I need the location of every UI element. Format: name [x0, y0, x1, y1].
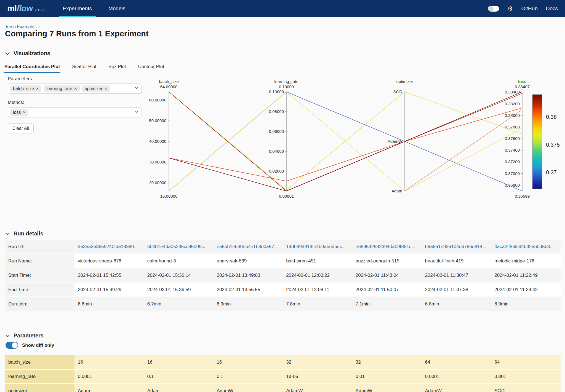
run-id-cell[interactable]: e55bb1e630eb4e1b8d0a57... — [213, 244, 283, 249]
chevron-down-icon — [135, 109, 138, 112]
table-row: Duration:6.6min6.7min6.9min7.8min7.1min6… — [5, 297, 561, 312]
run-id-link[interactable]: 3535a353659240fda18380... — [78, 244, 138, 249]
param-row-batch_size: batch_size16161632326464 — [5, 355, 561, 370]
run-detail-cell: 7.1min — [352, 301, 422, 307]
run-detail-cell: 2024-02-01 13:49:03 — [213, 273, 283, 278]
remove-chip-icon[interactable]: × — [105, 86, 107, 91]
run-id-link[interactable]: b04b1e4da05245cc85009c... — [147, 244, 208, 249]
nav-tab-experiments[interactable]: Experiments — [62, 0, 93, 17]
param-value-cell: 16 — [213, 359, 283, 365]
run-id-link[interactable]: 4aca2ff56fc94b92ab0d5b3... — [494, 244, 554, 249]
svg-text:40.00000: 40.00000 — [149, 139, 166, 144]
param-value-cell: AdamW — [283, 388, 352, 392]
run-id-link[interactable]: 14db993919fe4b9abedbec... — [286, 244, 346, 249]
run-detail-cell: beautiful-finch-419 — [422, 258, 491, 264]
tab-contour-plot[interactable]: Contour Plot — [137, 62, 165, 73]
breadcrumb: Torch Example › — [5, 24, 40, 29]
nav-tabs: Experiments Models — [62, 0, 141, 17]
run-detail-cell: victorious-sheep-678 — [74, 258, 144, 264]
param-value-cell: 0.1 — [213, 374, 283, 379]
table-row: End Time:2024-02-01 15:49:292024-02-01 1… — [5, 283, 561, 297]
plot-type-tabs: Parallel Coordinates Plot Scatter Plot B… — [4, 62, 561, 73]
row-label: Start Time: — [5, 269, 74, 282]
param-chip-learning-rate: learning_rate × — [44, 85, 79, 92]
github-link[interactable]: GitHub — [521, 6, 538, 12]
run-id-cell[interactable]: b8a8a1e93a104d6786d814... — [422, 244, 491, 249]
theme-toggle[interactable] — [488, 6, 499, 12]
chevron-down-icon — [135, 86, 138, 89]
breadcrumb-experiment-link[interactable]: Torch Example — [5, 24, 34, 29]
run-id-cell[interactable]: 14db993919fe4b9abedbec... — [283, 244, 352, 249]
run-details-label: Run details — [14, 230, 43, 237]
version-label: 2.10.0 — [34, 8, 44, 12]
visualizations-section-header[interactable]: Visualizations — [6, 50, 50, 57]
top-navbar: mlflow 2.10.0 Experiments Models ⚙ GitHu… — [0, 0, 565, 17]
svg-text:Adam: Adam — [391, 189, 402, 193]
nav-tab-models[interactable]: Models — [107, 0, 126, 17]
run-detail-cell: puzzled-penguin-515 — [352, 258, 422, 264]
param-chip-optimizer: optimizer × — [82, 85, 110, 92]
metric-chip-label: loss — [13, 110, 21, 115]
logo-flow-text: flow — [17, 4, 33, 14]
run-id-cell[interactable]: 4aca2ff56fc94b92ab0d5b3... — [491, 244, 561, 249]
run-detail-cell: 2024-02-01 15:30:14 — [144, 273, 214, 278]
tab-scatter-plot[interactable]: Scatter Plot — [71, 62, 97, 73]
svg-text:0.375: 0.375 — [546, 142, 560, 148]
svg-text:0.00001: 0.00001 — [279, 194, 294, 198]
mlflow-logo[interactable]: mlflow 2.10.0 — [7, 4, 44, 14]
svg-text:0.37600: 0.37600 — [505, 136, 520, 141]
svg-text:0.10000: 0.10000 — [269, 89, 284, 94]
clear-all-button[interactable]: Clear All — [8, 123, 34, 133]
run-detail-cell: 6.7min — [144, 301, 214, 307]
metrics-select[interactable]: loss × — [8, 107, 142, 117]
run-detail-cell: 2024-02-01 11:30:47 — [422, 273, 491, 278]
param-value-cell: Adam — [144, 388, 214, 392]
row-label: Run Name: — [5, 254, 74, 268]
remove-chip-icon[interactable]: × — [23, 110, 25, 115]
run-detail-cell: 2024-02-01 15:49:29 — [74, 287, 144, 292]
docs-link[interactable]: Docs — [546, 6, 558, 12]
run-id-cell[interactable]: b04b1e4da05245cc85009c... — [144, 244, 214, 249]
run-id-link[interactable]: e55bb1e630eb4e1b8d0a57... — [217, 244, 278, 249]
tab-box-plot[interactable]: Box Plot — [108, 62, 126, 73]
remove-chip-icon[interactable]: × — [74, 86, 77, 91]
run-details-section-header[interactable]: Run details — [6, 230, 43, 237]
run-id-link[interactable]: e6995325323940a09f851c... — [356, 244, 415, 249]
param-value-cell: 1e-05 — [283, 374, 352, 379]
run-detail-cell: calm-hound-3 — [144, 258, 214, 264]
gear-icon[interactable]: ⚙ — [507, 6, 513, 12]
run-detail-cell: 7.8min — [283, 301, 352, 307]
run-detail-cell: 2024-02-01 11:22:49 — [491, 273, 561, 278]
svg-text:optimizer: optimizer — [396, 79, 413, 84]
param-value-cell: AdamW — [352, 388, 422, 392]
parameters-select[interactable]: batch_size × learning_rate × optimizer × — [8, 84, 142, 94]
svg-text:SGD: SGD — [393, 89, 402, 94]
svg-text:0.10000: 0.10000 — [279, 84, 294, 89]
run-id-cell[interactable]: 3535a353659240fda18380... — [74, 244, 144, 249]
remove-chip-icon[interactable]: × — [36, 86, 39, 91]
show-diff-toggle[interactable] — [6, 342, 18, 349]
param-name: optimizer — [5, 384, 74, 392]
svg-text:0.38400: 0.38400 — [505, 90, 520, 94]
row-label: Run ID: — [5, 240, 74, 253]
svg-text:0.36699: 0.36699 — [515, 194, 530, 198]
run-id-link[interactable]: b8a8a1e93a104d6786d814... — [425, 244, 486, 249]
run-id-cell[interactable]: e6995325323940a09f851c... — [352, 244, 422, 249]
toggle-knob — [12, 342, 18, 348]
svg-text:0.06000: 0.06000 — [269, 129, 284, 134]
param-value-cell: 0.0001 — [422, 374, 491, 379]
run-detail-cell: melodic-midge-176 — [491, 258, 561, 264]
svg-text:16.00000: 16.00000 — [160, 194, 178, 198]
theme-toggle-knob — [488, 6, 494, 11]
svg-text:0.37800: 0.37800 — [505, 125, 520, 129]
tab-parallel-coordinates[interactable]: Parallel Coordinates Plot — [4, 62, 60, 73]
parameters-section-header[interactable]: Parameters — [6, 332, 44, 339]
page-title: Comparing 7 Runs from 1 Experiment — [5, 29, 149, 38]
svg-text:0.37400: 0.37400 — [505, 148, 520, 152]
svg-text:loss: loss — [518, 79, 526, 84]
svg-text:0.04000: 0.04000 — [269, 149, 284, 154]
param-value-cell: 64 — [491, 359, 561, 365]
table-row: Run Name:victorious-sheep-678calm-hound-… — [5, 254, 561, 269]
param-chip-label: batch_size — [13, 86, 34, 91]
svg-text:0.38000: 0.38000 — [505, 113, 520, 118]
